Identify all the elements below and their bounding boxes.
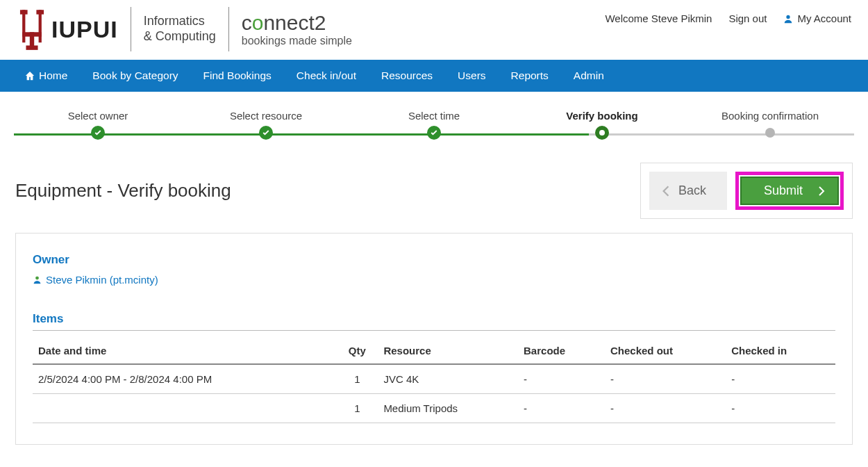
sign-out-link[interactable]: Sign out (728, 13, 767, 24)
connect2-logo: connect2 bookings made simple (242, 11, 352, 47)
cell-checked-in: - (726, 364, 835, 394)
top-right-links: Welcome Steve Pikmin Sign out My Account (605, 7, 851, 24)
nav-book-by-category[interactable]: Book by Category (80, 60, 190, 92)
table-row: 2/5/2024 4:00 PM - 2/8/2024 4:00 PM1JVC … (33, 364, 835, 394)
svg-rect-3 (39, 10, 42, 42)
department-label: Informatics & Computing (144, 14, 216, 44)
nav-admin[interactable]: Admin (561, 60, 617, 92)
owner-section: Owner Steve Pikmin (pt.mcinty) (33, 253, 835, 286)
back-button[interactable]: Back (649, 172, 727, 210)
items-section: Items Date and time Qty Resource Barcode… (33, 312, 835, 423)
owner-section-title: Owner (33, 253, 835, 267)
step-select-time: Select time (350, 110, 518, 140)
cell-qty: 1 (336, 394, 378, 423)
col-qty: Qty (336, 338, 378, 364)
cell-datetime (33, 394, 336, 423)
top-bar: IUPUI Informatics & Computing connect2 b… (0, 0, 868, 51)
nav-home[interactable]: Home (12, 60, 80, 92)
svg-rect-2 (22, 10, 25, 42)
col-datetime: Date and time (33, 338, 336, 364)
step-booking-confirmation: Booking confirmation (686, 110, 854, 140)
owner-link[interactable]: Steve Pikmin (pt.mcinty) (33, 274, 835, 286)
divider (228, 7, 229, 51)
action-buttons: Back Submit (640, 163, 853, 219)
step-verify-booking: Verify booking (518, 110, 686, 140)
person-icon (783, 14, 793, 24)
check-icon (430, 129, 438, 137)
col-barcode: Barcode (518, 338, 605, 364)
cell-qty: 1 (336, 364, 378, 394)
title-row: Equipment - Verify booking Back Submit (15, 163, 853, 219)
booking-panel: Owner Steve Pikmin (pt.mcinty) Items Dat… (15, 233, 853, 445)
check-icon (94, 129, 102, 137)
nav-resources[interactable]: Resources (369, 60, 445, 92)
col-resource: Resource (378, 338, 518, 364)
iupui-text: IUPUI (51, 16, 118, 43)
step-select-owner: Select owner (14, 110, 182, 140)
person-icon (33, 275, 42, 284)
check-icon (262, 129, 270, 137)
col-checked-in: Checked in (726, 338, 835, 364)
cell-barcode: - (518, 394, 605, 423)
welcome-text: Welcome Steve Pikmin (605, 13, 712, 24)
cell-resource: Medium Tripods (378, 394, 518, 423)
cell-barcode: - (518, 364, 605, 394)
page-title: Equipment - Verify booking (15, 180, 231, 202)
table-row: 1Medium Tripods--- (33, 394, 835, 423)
cell-datetime: 2/5/2024 4:00 PM - 2/8/2024 4:00 PM (33, 364, 336, 394)
items-table: Date and time Qty Resource Barcode Check… (33, 338, 835, 423)
nav-users[interactable]: Users (445, 60, 498, 92)
divider (131, 7, 131, 51)
svg-point-8 (35, 277, 39, 280)
svg-point-7 (787, 15, 790, 18)
chevron-left-icon (662, 185, 670, 197)
step-select-resource: Select resource (182, 110, 350, 140)
home-icon (25, 71, 35, 81)
iupui-logo: IUPUI (17, 7, 118, 51)
submit-highlight: Submit (735, 172, 844, 210)
nav-check-in-out[interactable]: Check in/out (284, 60, 369, 92)
nav-find-bookings[interactable]: Find Bookings (191, 60, 284, 92)
col-checked-out: Checked out (605, 338, 726, 364)
my-account-link[interactable]: My Account (783, 13, 851, 24)
cell-checked-in: - (726, 394, 835, 423)
logo-group: IUPUI Informatics & Computing connect2 b… (17, 7, 352, 51)
items-section-title: Items (33, 312, 835, 331)
chevron-right-icon (818, 186, 825, 197)
cell-checked-out: - (605, 364, 726, 394)
main-nav: Home Book by Category Find Bookings Chec… (0, 60, 868, 92)
svg-rect-6 (26, 45, 37, 49)
nav-reports[interactable]: Reports (499, 60, 561, 92)
cell-resource: JVC 4K (378, 364, 518, 394)
progress-stepper: Select owner Select resource Select time… (14, 110, 854, 143)
submit-button[interactable]: Submit (740, 177, 839, 205)
cell-checked-out: - (605, 394, 726, 423)
